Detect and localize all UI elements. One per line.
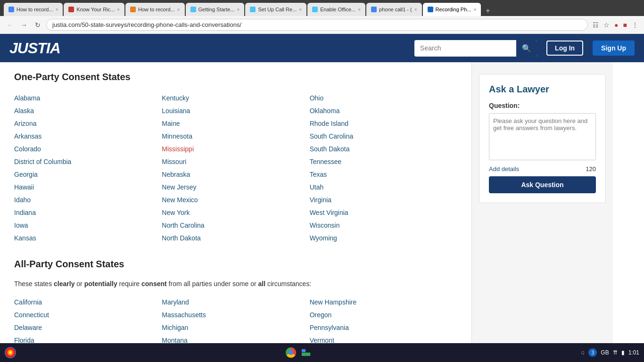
state-link[interactable]: Wisconsin	[310, 219, 457, 232]
taskbar-time: 1:01	[628, 349, 639, 356]
state-link[interactable]: Nebraska	[162, 168, 309, 181]
tab-close-3[interactable]: ×	[177, 7, 180, 12]
state-link[interactable]: Georgia	[14, 168, 162, 181]
state-link[interactable]: New Hampshire	[310, 296, 457, 309]
tab-close-7[interactable]: ×	[414, 7, 417, 12]
state-link[interactable]: New Jersey	[162, 181, 309, 194]
state-link-mississippi[interactable]: Mississippi	[162, 143, 309, 156]
address-bar[interactable]	[46, 19, 588, 31]
state-link[interactable]: Arkansas	[14, 130, 162, 143]
state-link[interactable]: New Mexico	[162, 194, 309, 206]
state-link[interactable]: West Virginia	[310, 206, 457, 219]
state-link[interactable]: Alabama	[14, 92, 162, 105]
tab-label-2: Know Your Ric...	[76, 7, 115, 12]
bookmark-button[interactable]: ☆	[603, 20, 611, 30]
ask-lawyer-title: Ask a Lawyer	[489, 84, 596, 95]
state-link[interactable]: South Dakota	[310, 143, 457, 156]
all-party-title: All-Party Consent States	[14, 259, 457, 270]
state-link[interactable]: Texas	[310, 168, 457, 181]
tab-favicon-1	[8, 7, 14, 12]
tab-5[interactable]: Set Up Call Re... ×	[245, 3, 306, 16]
state-link[interactable]: Kansas	[14, 232, 162, 245]
state-link[interactable]: District of Columbia	[14, 156, 162, 168]
state-link[interactable]: Ohio	[310, 92, 457, 105]
refresh-button[interactable]: ↻	[33, 20, 42, 30]
taskbar-chrome[interactable]	[286, 347, 296, 358]
search-container: 🔍	[414, 40, 537, 57]
profile-button[interactable]: ●	[613, 20, 619, 30]
state-link[interactable]: North Carolina	[162, 219, 309, 232]
state-link[interactable]: North Dakota	[162, 232, 309, 245]
signup-button[interactable]: Sign Up	[593, 41, 635, 56]
all-party-description: These states clearly or potentially requ…	[14, 279, 457, 289]
tab-close-5[interactable]: ×	[299, 7, 302, 12]
add-details-link[interactable]: Add details	[489, 165, 519, 173]
state-link[interactable]: Colorado	[14, 143, 162, 156]
state-link[interactable]: Idaho	[14, 194, 162, 206]
state-link[interactable]: Oregon	[310, 309, 457, 321]
more-button[interactable]: ⋮	[631, 20, 639, 30]
state-link[interactable]: Massachusetts	[162, 309, 309, 321]
state-link[interactable]: Tennessee	[310, 156, 457, 168]
taskbar-right: ♫ 3 GB ⇈ ▮ 1:01	[580, 348, 639, 357]
tab-favicon-4	[190, 7, 196, 12]
new-tab-button[interactable]: +	[482, 7, 494, 15]
state-link[interactable]: Minnesota	[162, 130, 309, 143]
tab-label-1: How to record...	[17, 7, 53, 12]
browser-toolbar-icons: ☷ ☆ ● ■ ⋮	[592, 20, 639, 30]
tab-label-6: Enable Office...	[320, 7, 355, 12]
tab-3[interactable]: How to record... ×	[125, 3, 184, 16]
tab-close-4[interactable]: ×	[237, 7, 240, 12]
state-link[interactable]: Maine	[162, 117, 309, 130]
char-count: 120	[586, 165, 596, 173]
extensions-button[interactable]: ☷	[592, 20, 600, 30]
site-logo[interactable]: JUSTIA	[9, 40, 60, 57]
state-link[interactable]: Iowa	[14, 219, 162, 232]
state-link[interactable]: South Carolina	[310, 130, 457, 143]
state-link[interactable]: Rhode Island	[310, 117, 457, 130]
page-wrapper: JUSTIA 🔍 Log In Sign Up One-Party Consen…	[0, 34, 644, 362]
state-link[interactable]: Michigan	[162, 321, 309, 334]
state-link[interactable]: Hawaii	[14, 181, 162, 194]
state-link[interactable]: Arizona	[14, 117, 162, 130]
taskbar-files[interactable]	[301, 347, 311, 358]
state-link[interactable]: Missouri	[162, 156, 309, 168]
state-link[interactable]: Oklahoma	[310, 105, 457, 117]
tab-6[interactable]: Enable Office... ×	[307, 3, 365, 16]
login-button[interactable]: Log In	[546, 41, 583, 56]
tab-label-7: phone call1 - (	[379, 7, 412, 12]
forward-button[interactable]: →	[19, 20, 29, 30]
search-input[interactable]	[414, 41, 516, 56]
tab-close-2[interactable]: ×	[117, 7, 120, 12]
tab-4[interactable]: Getting Starte... ×	[186, 3, 245, 16]
state-link[interactable]: Indiana	[14, 206, 162, 219]
ask-question-button[interactable]: Ask Question	[489, 176, 596, 193]
search-button[interactable]: 🔍	[516, 40, 537, 57]
state-link[interactable]: Utah	[310, 181, 457, 194]
state-link[interactable]: New York	[162, 206, 309, 219]
state-link[interactable]: Maryland	[162, 296, 309, 309]
state-link[interactable]: Alaska	[14, 105, 162, 117]
state-link[interactable]: Wyoming	[310, 232, 457, 245]
tab-close-8[interactable]: ×	[473, 7, 476, 12]
one-party-col3: Ohio Oklahoma Rhode Island South Carolin…	[310, 92, 457, 245]
back-button[interactable]: ←	[5, 20, 15, 30]
tab-2[interactable]: Know Your Ric... ×	[64, 3, 124, 16]
tab-close-6[interactable]: ×	[358, 7, 361, 12]
tab-7[interactable]: phone call1 - ( ×	[366, 3, 422, 16]
state-link[interactable]: Delaware	[14, 321, 162, 334]
extension-icon-1[interactable]: ■	[622, 20, 628, 30]
tab-1[interactable]: How to record... ×	[4, 3, 63, 16]
tab-8[interactable]: Recording Ph... ×	[423, 3, 481, 16]
state-link[interactable]: Connecticut	[14, 309, 162, 321]
tab-label-5: Set Up Call Re...	[258, 7, 297, 12]
state-link[interactable]: California	[14, 296, 162, 309]
state-link[interactable]: Louisiana	[162, 105, 309, 117]
state-link[interactable]: Virginia	[310, 194, 457, 206]
question-textarea[interactable]	[489, 113, 596, 160]
state-link[interactable]: Pennsylvania	[310, 321, 457, 334]
svg-rect-0	[301, 349, 305, 352]
question-label: Question:	[489, 102, 596, 109]
state-link[interactable]: Kentucky	[162, 92, 309, 105]
tab-close-1[interactable]: ×	[56, 7, 58, 12]
